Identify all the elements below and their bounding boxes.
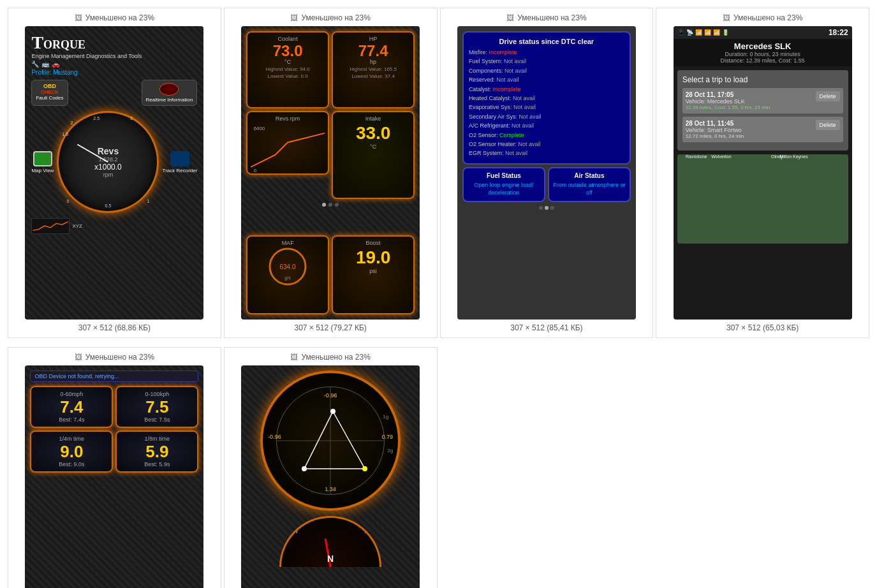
revs-rpm-label: Revs rpm <box>251 115 325 122</box>
heated-catalyst-row: Heated Catalyst: Not avail <box>469 94 624 103</box>
revs-rpm: rpm <box>94 172 122 178</box>
reduce-label-1: Уменьшено на 23% <box>85 13 154 22</box>
fuel-status-value: Open loop engine load/ deceleration <box>468 181 540 197</box>
qm-label: 1/4m time <box>35 436 108 442</box>
status-icons: 📱 📡 📶 📶 📶 🔋 <box>677 29 729 36</box>
accel-bottom-value: 1.34 <box>325 486 336 492</box>
ac-refrigerant-value: Not avail <box>512 122 534 129</box>
delete-trip-2-button[interactable]: Delete <box>816 120 840 130</box>
egr-system-value: Not avail <box>505 150 527 156</box>
image-icon-1: 🖼 <box>75 13 82 22</box>
screenshot-container-1: TORQUE Engine Management Diagnostics and… <box>13 26 216 320</box>
secondary-air-value: Not avail <box>519 114 541 120</box>
hp-label: HP <box>336 36 410 42</box>
misfire-value: Incomplete <box>489 49 517 55</box>
hp-gauge: HP 77.4 hp Highest Value: 165.5 Lowest V… <box>332 31 415 108</box>
signal-icon: 📶 <box>713 29 720 36</box>
status-bottom: Fuel Status Open loop engine load/ decel… <box>462 167 631 202</box>
compass-ne-label: NE <box>364 527 373 534</box>
secondary-air-row: Secondary Air Sys: Not avail <box>469 112 624 121</box>
status-dot-1 <box>539 206 543 210</box>
catalyst-row: Catalyst: Incomplete <box>469 85 624 94</box>
image-icon-6: 🖼 <box>290 353 298 362</box>
accel-top-value: -0.96 <box>324 392 337 399</box>
screenshot-container-3: Drive status since DTC clear Misfire: In… <box>446 26 648 320</box>
item-footer-1: 307 × 512 (68,86 КБ) <box>78 323 151 332</box>
empty-cell-1 <box>440 347 654 588</box>
item-footer-3: 307 × 512 (85,41 КБ) <box>510 323 582 332</box>
air-status-box: Air Status From outside atmosphere or of… <box>548 167 631 202</box>
obd-button[interactable]: OBD CHECK Fault Codes <box>31 80 68 106</box>
time-display: 18:22 <box>829 28 848 37</box>
map-preview: Ravnstone Olney Wolverton Milton Keynes <box>677 154 848 244</box>
coolant-unit: °C <box>251 59 325 65</box>
qm-best: Best: 9.0s <box>35 461 108 467</box>
fuel-status-title: Fuel Status <box>468 172 540 179</box>
item-footer-2: 307 × 512 (79,27 КБ) <box>294 323 366 332</box>
evaporative-row: Evaporative Sys: Not avail <box>469 103 624 112</box>
fault-codes-label: Fault Codes <box>36 95 63 101</box>
accelerometer-gauge: -0.96 -0.96 0.79 1.34 1g 2g <box>260 371 401 511</box>
performance-grid: 0-60mph 7.4 Best: 7.4s 0-100kph 7.5 Best… <box>30 386 198 473</box>
mercedes-header: Mercedes SLK Duration: 0 hours, 23 minut… <box>674 39 852 66</box>
maf-label: MAF <box>282 240 294 246</box>
kph100-value: 7.5 <box>121 399 193 415</box>
accelerometer-screenshot: -0.96 -0.96 0.79 1.34 1g 2g NW NE N <box>241 365 420 588</box>
drive-status-screenshot: Drive status since DTC clear Misfire: In… <box>457 26 636 320</box>
mph60-best: Best: 7.4s <box>35 416 108 423</box>
o2-sensor-value: Complete <box>499 132 524 138</box>
qm-value: 9.0 <box>35 443 108 460</box>
reduce-label-4: Уменьшено на 23% <box>733 13 802 22</box>
item-footer-4: 307 × 512 (65,03 КБ) <box>726 323 799 332</box>
coolant-low: Lowest Value: 0.0 <box>251 73 325 79</box>
mercedes-distance: Distance: 12.39 miles, Cost: 1.55 <box>676 57 850 64</box>
compass-n-label: N <box>327 554 334 564</box>
revs-mult: x1000.0 <box>94 163 122 172</box>
trip-info-2: 28 Oct 11, 11:45 Vehicle: Smart Fortwo 1… <box>686 120 816 139</box>
o2-sensor-heater-row: O2 Sensor Heater: Not avail <box>469 140 624 149</box>
torque-title: TORQUE <box>31 33 142 53</box>
delete-trip-1-button[interactable]: Delete <box>816 91 840 101</box>
map-town-4: Milton Keynes <box>779 154 807 159</box>
track-recorder-button[interactable]: Track Recorder <box>163 151 198 173</box>
screenshot-container-2: Coolant 73.0 °C Highest Value: 94.0 Lowe… <box>230 26 432 320</box>
mph60-value: 7.4 <box>35 399 108 415</box>
dot-3 <box>335 203 339 207</box>
map-town-3: Wolverton <box>711 154 731 159</box>
intake-value: 33.0 <box>336 123 410 143</box>
drive-status-card: Drive status since DTC clear Misfire: In… <box>462 31 631 165</box>
obd-notice: OBD Device not found, retrying... <box>30 371 198 382</box>
page-dots <box>246 202 415 233</box>
reduce-label-5: Уменьшено на 23% <box>85 353 154 362</box>
dot-1 <box>322 203 326 207</box>
trip-item-2: 28 Oct 11, 11:45 Vehicle: Smart Fortwo 1… <box>682 117 843 142</box>
hp-low: Lowest Value: 37.4 <box>336 73 410 79</box>
mini-chart <box>31 218 70 234</box>
realtime-button[interactable]: Realtime Information <box>142 80 198 106</box>
screenshot-container-5: OBD Device not found, retrying... 0-60mp… <box>13 365 216 588</box>
o2-sensor-row: O2 Sensor: Complete <box>469 131 624 140</box>
small-gauge-icon <box>159 83 179 96</box>
mercedes-duration: Duration: 0 hours, 23 minutes <box>676 51 850 57</box>
map-view-button[interactable]: Map View <box>31 151 54 173</box>
ac-refrigerant-row: A/C Refrigerant: Not avail <box>469 121 624 130</box>
empty-cell-2 <box>656 347 869 588</box>
trip-vehicle-2: Vehicle: Smart Fortwo <box>686 127 816 133</box>
svg-marker-4 <box>304 411 365 469</box>
fuel-system-value: Not avail <box>504 58 526 64</box>
em-value: 5.9 <box>121 443 193 460</box>
map-town-1: Ravnstone <box>686 154 707 159</box>
trip-details-2: 12.72 miles, 0 hrs, 24 min <box>686 133 816 139</box>
torque-middle: Map View 0 0.5 1 1.5 2 2.5 3 Revs 1,528. <box>31 111 197 213</box>
image-icon-4: 🖼 <box>723 13 730 22</box>
revs-gauge: Revs rpm 6400 0 <box>246 111 329 175</box>
status-dot-2 <box>545 206 549 210</box>
gps-icon: 📡 <box>686 29 693 36</box>
gauge-inner: Revs 1,528.2 x1000.0 rpm <box>94 146 122 178</box>
kph100-widget: 0-100kph 7.5 Best: 7.5s <box>115 386 198 428</box>
accel-left-value: -0.96 <box>268 434 281 440</box>
boost-unit: psi <box>336 268 410 274</box>
gallery-item-accelerometer: 🖼 Уменьшено на 23% -0.96 <box>224 347 438 588</box>
dot-2 <box>328 203 332 207</box>
svg-point-7 <box>302 466 307 471</box>
